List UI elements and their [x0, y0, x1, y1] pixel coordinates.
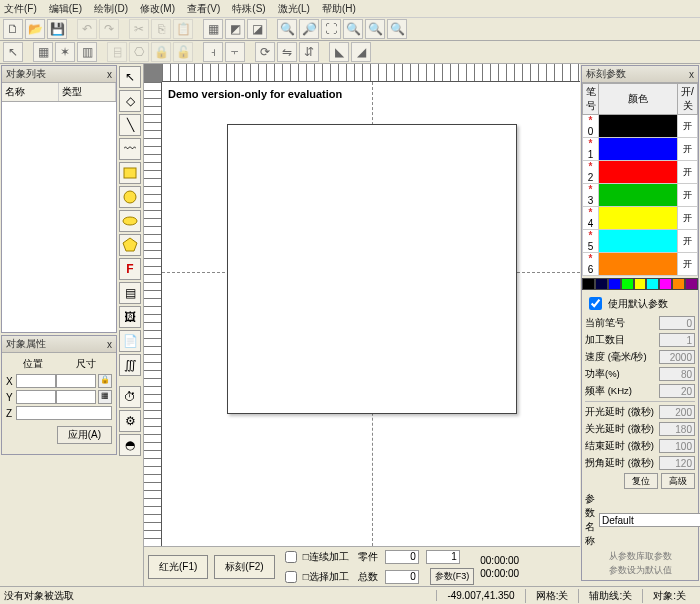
snap-grid-icon[interactable]: ▦ — [33, 42, 53, 62]
io-icon[interactable]: ⚙ — [119, 410, 141, 432]
zoom-out-icon[interactable]: 🔎 — [299, 19, 319, 39]
hatch-icon[interactable]: ▦ — [203, 19, 223, 39]
total-input[interactable] — [385, 570, 419, 584]
lock-aspect-icon[interactable]: 🔒 — [98, 374, 112, 388]
menu-file[interactable]: 文件(F) — [4, 2, 37, 16]
menu-edit[interactable]: 编辑(E) — [49, 2, 82, 16]
color-swatch[interactable] — [621, 278, 634, 290]
menu-special[interactable]: 特殊(S) — [232, 2, 265, 16]
select-from-lib-link[interactable]: 从参数库取参数 — [585, 550, 695, 563]
anchor-icon[interactable]: ▦ — [98, 390, 112, 404]
hatch-tool-icon[interactable]: ▤ — [119, 282, 141, 304]
mirror-v-icon[interactable]: ⇵ — [299, 42, 319, 62]
pen-row[interactable]: *0开 — [583, 115, 698, 138]
save-icon[interactable]: 💾 — [47, 19, 67, 39]
select-tool-icon[interactable]: ↖ — [3, 42, 23, 62]
corner-delay-input[interactable] — [659, 456, 695, 470]
snap-guide-icon[interactable]: ▥ — [77, 42, 97, 62]
color-swatch[interactable] — [672, 278, 685, 290]
line-tool-icon[interactable]: ╲ — [119, 114, 141, 136]
tool-b-icon[interactable]: ◪ — [247, 19, 267, 39]
pointer-tool-icon[interactable]: ↖ — [119, 66, 141, 88]
image-tool-icon[interactable]: 🖼 — [119, 306, 141, 328]
zoom-all-icon[interactable]: 🔍 — [365, 19, 385, 39]
speed-input[interactable] — [659, 350, 695, 364]
use-default-checkbox[interactable] — [589, 297, 602, 310]
flip-b-icon[interactable]: ◢ — [351, 42, 371, 62]
vector-file-icon[interactable]: 📄 — [119, 330, 141, 352]
zoom-page-icon[interactable]: 🔍 — [387, 19, 407, 39]
red-light-button[interactable]: 红光(F1) — [148, 555, 208, 579]
color-swatch[interactable] — [595, 278, 608, 290]
save-as-default-link[interactable]: 参数设为默认值 — [585, 564, 695, 577]
curve-tool-icon[interactable]: 〰 — [119, 138, 141, 160]
reset-button[interactable]: 复位 — [624, 473, 658, 489]
col-name[interactable]: 名称 — [2, 83, 59, 101]
encoder-icon[interactable]: ◓ — [119, 434, 141, 456]
cut-icon[interactable]: ✂ — [129, 19, 149, 39]
close-icon[interactable]: x — [107, 69, 112, 80]
menu-draw[interactable]: 绘制(D) — [94, 2, 128, 16]
snap-obj-icon[interactable]: ✶ — [55, 42, 75, 62]
rotate-icon[interactable]: ⟳ — [255, 42, 275, 62]
zoom-in-icon[interactable]: 🔍 — [277, 19, 297, 39]
close-delay-input[interactable] — [659, 422, 695, 436]
pen-row[interactable]: *3开 — [583, 184, 698, 207]
pen-row[interactable]: *6开 — [583, 253, 698, 276]
open-icon[interactable]: 📂 — [25, 19, 45, 39]
param-name-input[interactable] — [599, 513, 700, 527]
color-swatch[interactable] — [646, 278, 659, 290]
selected-checkbox[interactable] — [285, 571, 297, 583]
zoom-sel-icon[interactable]: 🔍 — [343, 19, 363, 39]
end-delay-input[interactable] — [659, 439, 695, 453]
x-pos-input[interactable] — [16, 374, 56, 388]
group-icon[interactable]: ⌸ — [107, 42, 127, 62]
parts-input[interactable] — [385, 550, 419, 564]
loops-input[interactable] — [659, 333, 695, 347]
pen-col-no[interactable]: 笔号 — [583, 84, 599, 115]
color-swatch[interactable] — [659, 278, 672, 290]
pen-row[interactable]: *4开 — [583, 207, 698, 230]
menu-view[interactable]: 查看(V) — [187, 2, 220, 16]
r-input[interactable] — [426, 550, 460, 564]
menu-laser[interactable]: 激光(L) — [278, 2, 310, 16]
paste-icon[interactable]: 📋 — [173, 19, 193, 39]
menu-modify[interactable]: 修改(M) — [140, 2, 175, 16]
circle-tool-icon[interactable] — [119, 186, 141, 208]
h-size-input[interactable] — [56, 390, 96, 404]
zoom-fit-icon[interactable]: ⛶ — [321, 19, 341, 39]
align-v-icon[interactable]: ⫟ — [225, 42, 245, 62]
drawing-canvas[interactable]: Demo version-only for evaluation — [162, 82, 580, 546]
close-icon[interactable]: x — [107, 339, 112, 350]
mark-button[interactable]: 标刻(F2) — [214, 555, 274, 579]
polygon-tool-icon[interactable] — [119, 234, 141, 256]
rect-tool-icon[interactable] — [119, 162, 141, 184]
flip-a-icon[interactable]: ◣ — [329, 42, 349, 62]
close-icon[interactable]: x — [689, 69, 694, 80]
y-pos-input[interactable] — [16, 390, 56, 404]
apply-button[interactable]: 应用(A) — [57, 426, 112, 444]
unlock-icon[interactable]: 🔓 — [173, 42, 193, 62]
color-swatch[interactable] — [685, 278, 698, 290]
mirror-h-icon[interactable]: ⇋ — [277, 42, 297, 62]
col-type[interactable]: 类型 — [59, 83, 116, 101]
pen-col-on[interactable]: 开/关 — [678, 84, 698, 115]
node-tool-icon[interactable]: ◇ — [119, 90, 141, 112]
advanced-button[interactable]: 高级 — [661, 473, 695, 489]
barcode-icon[interactable]: ∭ — [119, 354, 141, 376]
pen-row[interactable]: *1开 — [583, 138, 698, 161]
continuous-checkbox[interactable] — [285, 551, 297, 563]
redo-icon[interactable]: ↷ — [99, 19, 119, 39]
text-tool-icon[interactable]: F — [119, 258, 141, 280]
ellipse-tool-icon[interactable] — [119, 210, 141, 232]
ungroup-icon[interactable]: ⎔ — [129, 42, 149, 62]
pen-row[interactable]: *5开 — [583, 230, 698, 253]
params-button[interactable]: 参数(F3) — [430, 568, 475, 585]
lock-icon[interactable]: 🔒 — [151, 42, 171, 62]
open-delay-input[interactable] — [659, 405, 695, 419]
undo-icon[interactable]: ↶ — [77, 19, 97, 39]
color-swatch[interactable] — [582, 278, 595, 290]
pen-row[interactable]: *2开 — [583, 161, 698, 184]
power-input[interactable] — [659, 367, 695, 381]
color-swatch[interactable] — [634, 278, 647, 290]
